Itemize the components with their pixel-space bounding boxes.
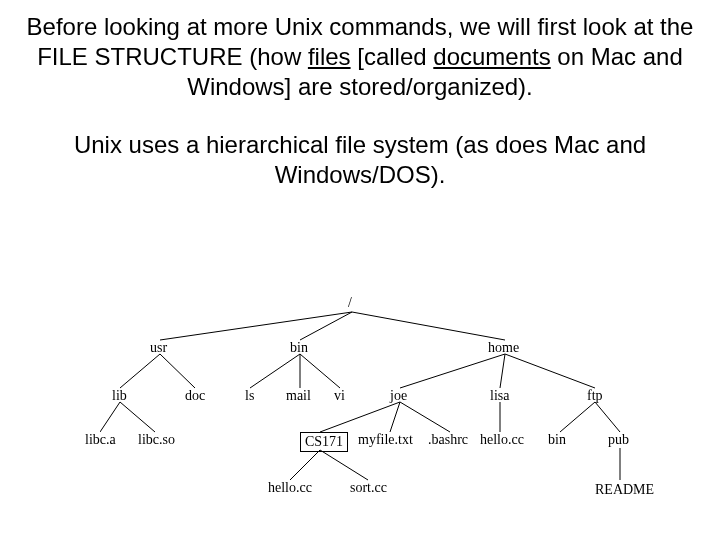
node-usr: usr xyxy=(150,340,167,356)
p1-u2: documents xyxy=(433,43,550,70)
svg-line-11 xyxy=(100,402,120,432)
node-lisa: lisa xyxy=(490,388,509,404)
svg-line-12 xyxy=(120,402,155,432)
node-vi: vi xyxy=(334,388,345,404)
svg-line-19 xyxy=(290,450,320,480)
node-pub: pub xyxy=(608,432,629,448)
svg-line-4 xyxy=(160,354,195,388)
node-lib: lib xyxy=(112,388,127,404)
node-hello-cc2: hello.cc xyxy=(268,480,312,496)
svg-line-17 xyxy=(560,402,595,432)
node-doc: doc xyxy=(185,388,205,404)
svg-line-15 xyxy=(400,402,450,432)
svg-line-8 xyxy=(400,354,505,388)
node-root: / xyxy=(348,295,352,311)
svg-line-7 xyxy=(300,354,340,388)
node-home: home xyxy=(488,340,519,356)
node-bashrc: .bashrc xyxy=(428,432,468,448)
node-joe: joe xyxy=(390,388,407,404)
svg-line-5 xyxy=(250,354,300,388)
node-sort-cc: sort.cc xyxy=(350,480,387,496)
svg-line-3 xyxy=(120,354,160,388)
file-tree-diagram: / usr bin home lib doc ls mail vi joe li… xyxy=(100,292,660,520)
node-myfile: myfile.txt xyxy=(358,432,413,448)
node-ftp: ftp xyxy=(587,388,603,404)
svg-line-9 xyxy=(500,354,505,388)
node-bin2: bin xyxy=(548,432,566,448)
svg-line-18 xyxy=(595,402,620,432)
svg-line-13 xyxy=(320,402,400,432)
svg-line-14 xyxy=(390,402,400,432)
svg-line-2 xyxy=(352,312,505,340)
svg-line-10 xyxy=(505,354,595,388)
node-mail: mail xyxy=(286,388,311,404)
node-bin: bin xyxy=(290,340,308,356)
node-ls: ls xyxy=(245,388,254,404)
svg-line-0 xyxy=(160,312,352,340)
node-cs171: CS171 xyxy=(300,432,348,452)
p1-u1: files xyxy=(308,43,351,70)
node-readme: README xyxy=(595,482,654,498)
p1-t2: [called xyxy=(351,43,434,70)
node-hello-cc: hello.cc xyxy=(480,432,524,448)
paragraph-1: Before looking at more Unix commands, we… xyxy=(0,12,720,102)
paragraph-2: Unix uses a hierarchical file system (as… xyxy=(0,130,720,190)
node-libc-so: libc.so xyxy=(138,432,175,448)
svg-line-20 xyxy=(320,450,368,480)
node-libc-a: libc.a xyxy=(85,432,116,448)
